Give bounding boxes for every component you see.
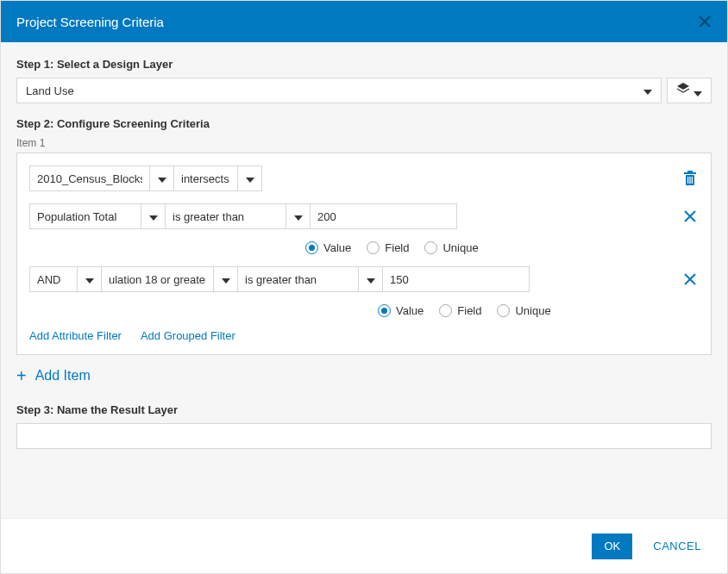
- add-item-label: Add Item: [35, 368, 91, 384]
- add-item-button[interactable]: + Add Item: [16, 367, 712, 384]
- spatial-op-caret[interactable]: [238, 165, 262, 191]
- radio-icon: [305, 241, 318, 254]
- chevron-down-icon: [222, 275, 230, 284]
- filter-links: Add Attribute Filter Add Grouped Filter: [29, 329, 699, 342]
- dialog-footer: OK CANCEL: [1, 518, 727, 573]
- filter1-op-value: is greater than: [173, 210, 244, 223]
- spatial-layer-caret[interactable]: [150, 165, 174, 191]
- svg-rect-12: [692, 177, 693, 184]
- filter1-op-caret[interactable]: [286, 203, 311, 229]
- filter2-join-value: AND: [37, 273, 60, 286]
- chevron-down-icon: [693, 86, 702, 95]
- svg-marker-3: [677, 83, 689, 90]
- filter1-row: Population Total is greater than: [29, 203, 699, 229]
- chevron-down-icon: [149, 212, 158, 221]
- trash-icon: [683, 171, 697, 186]
- layers-button[interactable]: [667, 78, 712, 103]
- dialog-header: Project Screening Criteria: [1, 1, 727, 42]
- svg-marker-4: [693, 91, 702, 97]
- svg-marker-13: [149, 215, 158, 221]
- dialog-content: Step 1: Select a Design Layer Land Use S…: [1, 42, 727, 518]
- dialog: Project Screening Criteria Step 1: Selec…: [0, 0, 728, 574]
- spatial-op-select[interactable]: intersects: [174, 165, 238, 191]
- filter1-radio-row: Value Field Unique: [29, 241, 699, 254]
- svg-rect-11: [689, 177, 690, 184]
- filter2-field-caret[interactable]: [214, 266, 238, 292]
- filter1-value-input-wrap: [311, 203, 457, 229]
- svg-marker-2: [643, 90, 652, 95]
- chevron-down-icon: [158, 174, 166, 183]
- filter2-radio-field[interactable]: Field: [439, 304, 481, 317]
- filter2-join-select[interactable]: AND: [29, 266, 78, 292]
- item1-card: 2010_Census_Blocks intersects: [16, 153, 712, 355]
- design-layer-select[interactable]: Land Use: [16, 78, 662, 103]
- close-icon: [683, 272, 697, 286]
- chevron-down-icon: [643, 86, 652, 95]
- item1-label: Item 1: [16, 137, 712, 149]
- radio-icon: [367, 241, 380, 254]
- spatial-op-value: intersects: [181, 172, 229, 185]
- spatial-layer-select[interactable]: 2010_Census_Blocks: [29, 165, 150, 191]
- radio-icon: [424, 241, 437, 254]
- chevron-down-icon: [246, 174, 254, 183]
- step2-label: Step 2: Configure Screening Criteria: [16, 117, 712, 130]
- svg-marker-18: [222, 278, 230, 284]
- filter1-field-select[interactable]: Population Total: [29, 203, 141, 229]
- svg-marker-17: [85, 278, 94, 284]
- dialog-title: Project Screening Criteria: [16, 15, 164, 29]
- close-icon: [683, 209, 697, 223]
- cancel-button[interactable]: CANCEL: [653, 540, 701, 552]
- filter1-remove-button[interactable]: [681, 208, 699, 225]
- add-grouped-filter-link[interactable]: Add Grouped Filter: [141, 329, 235, 342]
- radio-icon: [497, 304, 510, 317]
- filter2-value-input-wrap: [383, 266, 530, 292]
- svg-marker-19: [367, 278, 375, 284]
- result-layer-name-input[interactable]: [16, 423, 712, 449]
- filter2-radio-row: Value Field Unique: [29, 304, 699, 317]
- filter2-op-caret[interactable]: [359, 266, 383, 292]
- filter1-field-value: Population Total: [37, 210, 116, 223]
- filter2-radio-value[interactable]: Value: [378, 304, 424, 317]
- filter1-radio-value[interactable]: Value: [305, 241, 351, 254]
- chevron-down-icon: [85, 275, 94, 284]
- plus-icon: +: [16, 367, 27, 384]
- radio-icon: [439, 304, 452, 317]
- svg-rect-9: [687, 171, 693, 172]
- filter2-field-select[interactable]: ulation 18 or greater: [102, 266, 214, 292]
- filter2-field-value: ulation 18 or greater: [109, 273, 206, 286]
- filter1-value-input[interactable]: [317, 210, 449, 223]
- filter1-radio-unique[interactable]: Unique: [424, 241, 478, 254]
- chevron-down-icon: [367, 275, 375, 284]
- design-layer-value: Land Use: [26, 84, 74, 97]
- filter2-op-value: is greater than: [245, 273, 317, 286]
- close-button[interactable]: [698, 15, 712, 28]
- add-attribute-filter-link[interactable]: Add Attribute Filter: [29, 329, 122, 342]
- svg-marker-6: [246, 178, 254, 183]
- step1-label: Step 1: Select a Design Layer: [16, 58, 712, 71]
- delete-item-button[interactable]: [681, 170, 699, 187]
- close-icon: [698, 15, 712, 28]
- radio-icon: [378, 304, 391, 317]
- chevron-down-icon: [294, 212, 303, 221]
- filter1-field-caret[interactable]: [141, 203, 166, 229]
- filter1-radio-field[interactable]: Field: [367, 241, 409, 254]
- step3-label: Step 3: Name the Result Layer: [16, 403, 712, 416]
- filter2-value-input[interactable]: [390, 273, 522, 286]
- filter2-radio-unique[interactable]: Unique: [497, 304, 550, 317]
- filter2-join-caret[interactable]: [78, 266, 102, 292]
- spatial-layer-value: 2010_Census_Blocks: [37, 172, 142, 185]
- filter2-remove-button[interactable]: [681, 271, 699, 288]
- ok-button[interactable]: OK: [592, 533, 632, 559]
- filter2-op-select[interactable]: is greater than: [238, 266, 359, 292]
- svg-marker-5: [158, 178, 166, 183]
- spatial-filter-row: 2010_Census_Blocks intersects: [29, 165, 699, 191]
- layers-icon: [676, 82, 690, 99]
- filter1-op-select[interactable]: is greater than: [166, 203, 286, 229]
- svg-marker-14: [294, 215, 303, 221]
- filter2-row: AND ulation 18 or greater is greater tha…: [29, 266, 699, 292]
- svg-rect-8: [684, 172, 696, 174]
- svg-rect-10: [687, 177, 688, 184]
